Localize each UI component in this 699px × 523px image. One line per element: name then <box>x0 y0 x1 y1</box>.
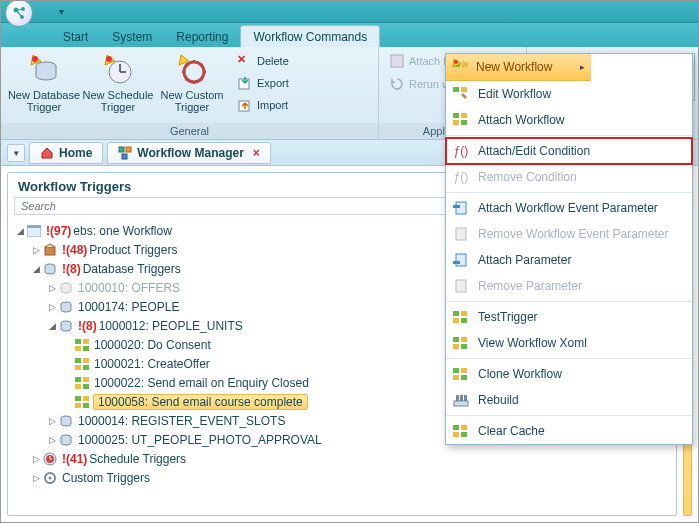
svg-rect-16 <box>122 154 127 159</box>
new-schedule-trigger-button[interactable]: New Schedule Trigger <box>81 51 155 113</box>
workflow-icon <box>118 146 132 160</box>
svg-point-52 <box>454 60 458 64</box>
schedule-icon <box>42 451 58 467</box>
svg-rect-66 <box>461 311 467 316</box>
svg-rect-18 <box>27 225 41 228</box>
tab-start[interactable]: Start <box>51 26 100 47</box>
tree-custom-triggers[interactable]: ▷Custom Triggers <box>8 468 676 487</box>
tab-home[interactable]: Home <box>29 142 103 164</box>
menu-attach-param[interactable]: Attach Parameter <box>446 247 692 273</box>
svg-rect-79 <box>460 395 463 401</box>
param-remove-icon <box>452 278 470 294</box>
edit-icon <box>452 86 470 102</box>
app-menu-icon[interactable] <box>5 0 33 27</box>
tab-history-dropdown[interactable]: ▾ <box>7 144 25 162</box>
menu-view-xoml[interactable]: View Workflow Xoml <box>446 330 692 356</box>
svg-rect-73 <box>453 368 459 373</box>
svg-rect-60 <box>453 205 460 208</box>
menu-clear-cache[interactable]: Clear Cache <box>446 418 692 444</box>
tab-workflow-manager[interactable]: Workflow Manager × <box>107 142 270 164</box>
export-button[interactable]: Export <box>233 73 293 93</box>
svg-rect-56 <box>461 113 467 118</box>
menu-testtrigger[interactable]: TestTrigger <box>446 304 692 330</box>
svg-rect-81 <box>453 425 459 430</box>
svg-point-5 <box>32 56 38 62</box>
delete-icon: ✕ <box>237 53 253 69</box>
menu-remove-condition[interactable]: ƒ()Remove Condition <box>446 164 692 190</box>
delete-button[interactable]: ✕Delete <box>233 51 293 71</box>
svg-rect-70 <box>461 337 467 342</box>
svg-rect-78 <box>456 395 459 401</box>
svg-rect-33 <box>83 377 89 382</box>
db-node-icon <box>58 318 74 334</box>
svg-rect-61 <box>456 228 466 240</box>
svg-rect-54 <box>461 87 467 92</box>
close-icon[interactable]: × <box>253 146 260 160</box>
menu-attach-workflow[interactable]: Attach Workflow <box>446 107 692 133</box>
group-label-general: General <box>1 123 378 139</box>
new-workflow-button[interactable]: New Workflow▸ <box>446 54 591 81</box>
qat-customize-icon[interactable]: ▾ <box>59 6 64 17</box>
workflow-item-icon <box>74 356 90 372</box>
event-param-remove-icon <box>452 226 470 242</box>
svg-rect-68 <box>461 318 467 323</box>
svg-rect-50 <box>462 62 468 67</box>
menu-remove-event-param[interactable]: Remove Workflow Event Parameter <box>446 221 692 247</box>
svg-rect-65 <box>453 311 459 316</box>
svg-rect-39 <box>83 403 89 408</box>
home-icon <box>40 146 54 160</box>
svg-rect-72 <box>461 344 467 349</box>
db-node-icon <box>58 280 74 296</box>
svg-rect-37 <box>83 396 89 401</box>
import-icon <box>237 97 253 113</box>
svg-rect-55 <box>453 113 459 118</box>
svg-rect-28 <box>75 358 81 363</box>
svg-rect-75 <box>453 375 459 380</box>
param-icon <box>452 252 470 268</box>
menu-edit-workflow[interactable]: Edit Workflow <box>446 81 692 107</box>
tab-reporting[interactable]: Reporting <box>164 26 240 47</box>
label: New Database Trigger <box>8 89 80 113</box>
import-button[interactable]: Import <box>233 95 293 115</box>
svg-rect-15 <box>126 147 131 152</box>
rebuild-icon <box>452 392 470 408</box>
workflow-dropdown-menu: New Workflow▸ Edit Workflow Attach Workf… <box>445 53 693 445</box>
svg-rect-19 <box>45 247 55 255</box>
condition-remove-icon: ƒ() <box>452 169 470 185</box>
label: New Custom Trigger <box>161 89 224 113</box>
new-database-trigger-button[interactable]: New Database Trigger <box>7 51 81 113</box>
export-icon <box>237 75 253 91</box>
svg-rect-69 <box>453 337 459 342</box>
workflow-icon <box>452 309 470 325</box>
svg-rect-35 <box>83 384 89 389</box>
svg-rect-34 <box>75 384 81 389</box>
new-workflow-icon <box>452 59 470 75</box>
svg-rect-63 <box>453 261 460 264</box>
database-icon <box>42 261 58 277</box>
new-custom-trigger-button[interactable]: New Custom Trigger <box>155 51 229 113</box>
svg-rect-64 <box>456 280 466 292</box>
svg-rect-27 <box>83 346 89 351</box>
tree-schedule-triggers[interactable]: ▷!(41)Schedule Triggers <box>8 449 676 468</box>
ribbon-tabstrip: Start System Reporting Workflow Commands <box>1 23 698 47</box>
svg-point-8 <box>106 56 112 62</box>
svg-rect-14 <box>119 147 124 152</box>
tab-system[interactable]: System <box>100 26 164 47</box>
rerun-icon <box>389 76 405 92</box>
menu-attach-edit-condition[interactable]: ƒ()Attach/Edit Condition <box>446 138 692 164</box>
menu-attach-event-param[interactable]: Attach Workflow Event Parameter <box>446 195 692 221</box>
schedule-trigger-icon <box>101 53 135 87</box>
tab-home-label: Home <box>59 146 92 160</box>
menu-remove-param[interactable]: Remove Parameter <box>446 273 692 299</box>
menu-rebuild[interactable]: Rebuild <box>446 387 692 413</box>
menu-clone-workflow[interactable]: Clone Workflow <box>446 361 692 387</box>
attach-reference-icon <box>389 53 405 69</box>
svg-rect-32 <box>75 377 81 382</box>
clone-icon <box>452 366 470 382</box>
workflow-item-icon <box>74 394 90 410</box>
db-node-icon <box>58 299 74 315</box>
workflow-icon <box>452 335 470 351</box>
svg-rect-31 <box>83 365 89 370</box>
svg-point-45 <box>49 476 52 479</box>
tab-workflow-commands[interactable]: Workflow Commands <box>240 25 380 47</box>
